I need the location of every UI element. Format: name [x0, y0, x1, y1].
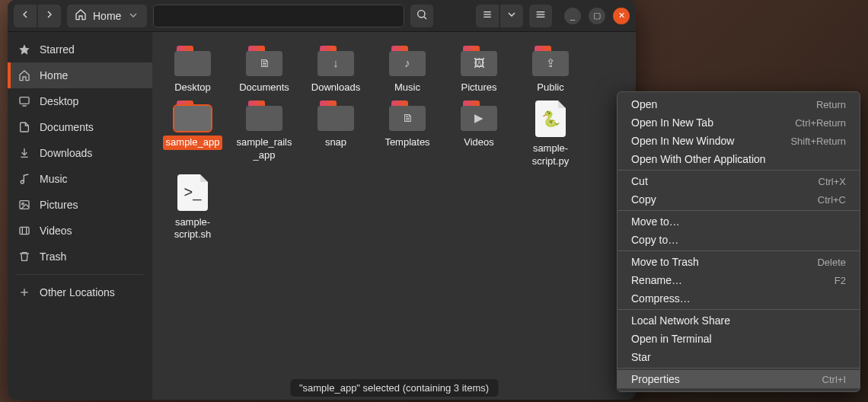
- folder-icon: [174, 100, 211, 131]
- context-menu-item-open[interactable]: OpenReturn: [617, 95, 860, 113]
- context-menu-separator: [617, 250, 860, 251]
- content-area[interactable]: Desktop🗎Documents↓Downloads♪Music🖼Pictur…: [152, 32, 636, 400]
- file-item[interactable]: 🗎Templates: [372, 97, 443, 171]
- context-menu-item-star[interactable]: Star: [617, 348, 860, 366]
- file-item[interactable]: 🐍sample-script.py: [515, 97, 586, 171]
- context-menu-item-open-in-new-tab[interactable]: Open In New TabCtrl+Return: [617, 113, 860, 132]
- maximize-button[interactable]: ▢: [589, 8, 605, 24]
- file-item[interactable]: sample_app: [157, 97, 228, 171]
- svg-marker-8: [19, 44, 29, 54]
- context-menu-separator: [617, 210, 860, 211]
- context-menu-item-open-in-terminal[interactable]: Open in Terminal: [617, 330, 860, 348]
- file-item[interactable]: snap: [300, 97, 372, 171]
- context-menu-item-local-network-share[interactable]: Local Network Share: [617, 311, 860, 330]
- context-menu-label: Star: [631, 351, 651, 363]
- context-menu-label: Rename…: [631, 274, 682, 286]
- context-menu-label: Open: [631, 98, 657, 110]
- down-icon: [18, 147, 30, 159]
- context-menu-item-move-to-trash[interactable]: Move to TrashDelete: [617, 253, 860, 271]
- context-menu-item-copy-to[interactable]: Copy to…: [617, 231, 860, 249]
- location-bar[interactable]: [153, 5, 404, 27]
- folder-icon: [246, 100, 282, 131]
- context-menu-accelerator: F2: [834, 275, 846, 286]
- sidebar: StarredHomeDesktopDocumentsDownloadsMusi…: [8, 32, 152, 400]
- file-label: Documents: [236, 81, 292, 94]
- hamburger-menu-button[interactable]: [529, 5, 552, 27]
- context-menu-accelerator: Ctrl+I: [822, 374, 846, 385]
- svg-point-0: [418, 11, 425, 18]
- context-menu-item-properties[interactable]: PropertiesCtrl+I: [617, 370, 860, 388]
- sidebar-item-label: Home: [40, 69, 68, 81]
- svg-rect-9: [20, 97, 29, 104]
- file-label: Templates: [381, 136, 432, 149]
- file-label: Music: [391, 81, 423, 94]
- context-menu-item-move-to[interactable]: Move to…: [617, 212, 860, 231]
- file-item[interactable]: sample_rails_app: [228, 97, 300, 171]
- folder-icon: [174, 46, 211, 76]
- minimize-button[interactable]: _: [564, 8, 581, 24]
- context-menu-label: Cut: [631, 175, 648, 187]
- context-menu-label: Properties: [631, 373, 680, 385]
- context-menu-accelerator: Ctrl+C: [818, 194, 846, 206]
- sidebar-item-downloads[interactable]: Downloads: [8, 140, 152, 166]
- file-item[interactable]: ↓Downloads: [300, 43, 372, 97]
- context-menu-item-cut[interactable]: CutCtrl+X: [617, 172, 860, 190]
- file-item[interactable]: >_sample-script.sh: [157, 171, 228, 245]
- sidebar-item-label: Other Locations: [40, 286, 115, 298]
- svg-point-14: [22, 203, 24, 205]
- context-menu-label: Open in Terminal: [631, 333, 712, 345]
- sidebar-item-other-locations[interactable]: Other Locations: [8, 279, 152, 305]
- file-item[interactable]: ♪Music: [372, 43, 443, 97]
- sidebar-item-desktop[interactable]: Desktop: [8, 88, 152, 114]
- pic-icon: [18, 199, 30, 211]
- sidebar-item-music[interactable]: Music: [8, 166, 152, 192]
- sidebar-item-label: Music: [40, 173, 68, 185]
- file-grid: Desktop🗎Documents↓Downloads♪Music🖼Pictur…: [157, 43, 631, 244]
- sidebar-item-documents[interactable]: Documents: [8, 114, 152, 140]
- context-menu-item-open-with-other-application[interactable]: Open With Other Application: [617, 150, 860, 168]
- nav-forward-button[interactable]: [38, 5, 61, 27]
- file-item[interactable]: ▶Videos: [443, 97, 515, 171]
- file-label: sample_app: [163, 136, 223, 149]
- file-item[interactable]: Desktop: [157, 43, 228, 97]
- path-pill[interactable]: Home: [67, 5, 147, 27]
- context-menu-label: Move to…: [631, 215, 680, 228]
- sidebar-item-label: Desktop: [40, 95, 78, 107]
- sidebar-separator: [17, 274, 143, 275]
- sidebar-item-pictures[interactable]: Pictures: [8, 192, 152, 218]
- nav-back-button[interactable]: [14, 5, 37, 27]
- sidebar-item-home[interactable]: Home: [8, 62, 152, 88]
- sidebar-item-starred[interactable]: Starred: [8, 37, 152, 62]
- sidebar-item-videos[interactable]: Videos: [8, 218, 152, 244]
- file-label: Downloads: [308, 81, 363, 94]
- folder-icon: 🗎: [246, 46, 282, 76]
- close-button[interactable]: ✕: [613, 8, 630, 24]
- file-label: sample-script.py: [518, 142, 583, 168]
- file-label: Videos: [461, 136, 497, 149]
- document-icon: >_: [177, 174, 208, 211]
- view-dropdown-button[interactable]: [500, 5, 523, 27]
- status-bar: "sample_app" selected (containing 3 item…: [290, 379, 498, 397]
- context-menu-label: Open In New Window: [631, 135, 734, 147]
- sidebar-item-label: Documents: [40, 121, 94, 133]
- file-item[interactable]: ⇪Public: [515, 43, 586, 97]
- sidebar-item-label: Pictures: [40, 199, 78, 211]
- sidebar-item-label: Trash: [40, 250, 66, 263]
- context-menu-item-copy[interactable]: CopyCtrl+C: [617, 190, 860, 209]
- file-label: sample-script.sh: [160, 215, 225, 242]
- music-icon: [18, 173, 30, 185]
- list-view-button[interactable]: [476, 5, 499, 27]
- context-menu-separator: [617, 170, 860, 171]
- search-button[interactable]: [410, 5, 433, 27]
- file-item[interactable]: 🗎Documents: [228, 43, 300, 97]
- context-menu-item-open-in-new-window[interactable]: Open In New WindowShift+Return: [617, 132, 860, 150]
- folder-icon: [318, 100, 354, 131]
- context-menu-item-rename[interactable]: Rename…F2: [617, 271, 860, 289]
- file-item[interactable]: 🖼Pictures: [443, 43, 515, 97]
- file-manager-window: Home: [8, 0, 636, 400]
- home-icon: [18, 69, 30, 81]
- sidebar-item-trash[interactable]: Trash: [8, 244, 152, 270]
- context-menu-item-compress[interactable]: Compress…: [617, 289, 860, 308]
- list-icon: [481, 8, 493, 23]
- context-menu-accelerator: Ctrl+X: [819, 176, 846, 187]
